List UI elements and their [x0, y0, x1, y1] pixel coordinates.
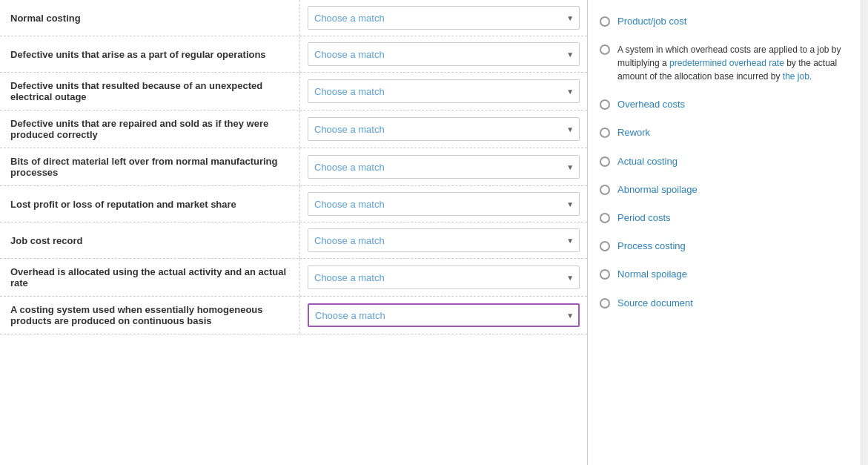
left-panel: Normal costingChoose a matchProduct/job … [0, 0, 588, 465]
match-select-4[interactable]: Choose a matchProduct/job costOverhead c… [308, 155, 580, 179]
dropdown-wrapper-6: Choose a matchProduct/job costOverhead c… [308, 228, 580, 252]
match-row: Defective units that are repaired and so… [0, 111, 587, 148]
match-row: Bits of direct material left over from n… [0, 148, 587, 186]
right-item-2: Overhead costs [600, 90, 849, 119]
radio-9[interactable] [600, 298, 610, 309]
radio-5[interactable] [600, 185, 610, 195]
term-cell-4: Bits of direct material left over from n… [0, 148, 300, 185]
match-row: A costing system used when essentially h… [0, 297, 587, 334]
match-select-6[interactable]: Choose a matchProduct/job costOverhead c… [308, 228, 580, 252]
match-row: Lost profit or loss of reputation and ma… [0, 186, 587, 222]
dropdown-wrapper-4: Choose a matchProduct/job costOverhead c… [308, 155, 580, 179]
scrollbar[interactable] [861, 0, 868, 465]
dropdown-cell-5: Choose a matchProduct/job costOverhead c… [300, 186, 587, 222]
match-select-0[interactable]: Choose a matchProduct/job costOverhead c… [308, 6, 580, 30]
dropdown-cell-2: Choose a matchProduct/job costOverhead c… [300, 73, 587, 110]
right-item-4: Actual costing [600, 148, 849, 176]
right-item-5: Abnormal spoilage [600, 176, 849, 204]
match-select-1[interactable]: Choose a matchProduct/job costOverhead c… [308, 42, 580, 66]
right-item-1: A system in which overhead costs are app… [600, 36, 849, 90]
dropdown-cell-7: Choose a matchProduct/job costOverhead c… [300, 259, 587, 296]
dropdown-cell-8: Choose a matchProduct/job costOverhead c… [300, 297, 587, 334]
radio-0[interactable] [600, 16, 610, 27]
radio-3[interactable] [600, 128, 610, 138]
term-cell-1: Defective units that arise as a part of … [0, 36, 300, 72]
right-item-label-4: Actual costing [617, 155, 677, 168]
term-cell-6: Job cost record [0, 222, 300, 258]
right-panel: Product/job costA system in which overhe… [588, 0, 861, 465]
radio-8[interactable] [600, 269, 610, 280]
right-item-7: Process costing [600, 232, 849, 260]
radio-4[interactable] [600, 156, 610, 167]
dropdown-cell-4: Choose a matchProduct/job costOverhead c… [300, 148, 587, 185]
match-row: Overhead is allocated using the actual a… [0, 259, 587, 297]
term-cell-2: Defective units that resulted because of… [0, 73, 300, 110]
dropdown-wrapper-2: Choose a matchProduct/job costOverhead c… [308, 79, 580, 103]
match-row: Normal costingChoose a matchProduct/job … [0, 0, 587, 36]
dropdown-wrapper-1: Choose a matchProduct/job costOverhead c… [308, 42, 580, 66]
dropdown-wrapper-0: Choose a matchProduct/job costOverhead c… [308, 6, 580, 30]
right-item-label-2: Overhead costs [617, 98, 685, 111]
match-select-8[interactable]: Choose a matchProduct/job costOverhead c… [308, 303, 580, 327]
term-cell-7: Overhead is allocated using the actual a… [0, 259, 300, 296]
right-item-label-6: Period costs [617, 211, 671, 225]
term-cell-5: Lost profit or loss of reputation and ma… [0, 186, 300, 222]
radio-1[interactable] [600, 44, 610, 55]
right-item-9: Source document [600, 289, 849, 317]
dropdown-wrapper-3: Choose a matchProduct/job costOverhead c… [308, 117, 580, 141]
dropdown-cell-1: Choose a matchProduct/job costOverhead c… [300, 36, 587, 72]
match-select-2[interactable]: Choose a matchProduct/job costOverhead c… [308, 79, 580, 103]
dropdown-cell-3: Choose a matchProduct/job costOverhead c… [300, 111, 587, 148]
right-item-label-9: Source document [617, 297, 693, 310]
dropdown-cell-0: Choose a matchProduct/job costOverhead c… [300, 0, 587, 36]
radio-6[interactable] [600, 213, 610, 223]
right-item-0: Product/job cost [600, 7, 849, 36]
right-item-label-1: A system in which overhead costs are app… [617, 43, 849, 83]
right-item-label-8: Normal spoilage [617, 268, 687, 281]
right-item-label-7: Process costing [617, 240, 686, 253]
right-item-label-3: Rework [617, 126, 650, 139]
right-item-label-5: Abnormal spoilage [617, 183, 698, 197]
right-item-3: Rework [600, 119, 849, 147]
match-select-5[interactable]: Choose a matchProduct/job costOverhead c… [308, 192, 580, 216]
dropdown-cell-6: Choose a matchProduct/job costOverhead c… [300, 222, 587, 258]
dropdown-wrapper-7: Choose a matchProduct/job costOverhead c… [308, 266, 580, 289]
match-row: Defective units that arise as a part of … [0, 36, 587, 73]
term-cell-8: A costing system used when essentially h… [0, 297, 300, 334]
match-row: Job cost recordChoose a matchProduct/job… [0, 222, 587, 259]
term-cell-0: Normal costing [0, 0, 300, 36]
match-select-7[interactable]: Choose a matchProduct/job costOverhead c… [308, 266, 580, 289]
term-cell-3: Defective units that are repaired and so… [0, 111, 300, 148]
right-item-6: Period costs [600, 204, 849, 232]
dropdown-wrapper-8: Choose a matchProduct/job costOverhead c… [308, 303, 580, 327]
match-select-3[interactable]: Choose a matchProduct/job costOverhead c… [308, 117, 580, 141]
right-item-8: Normal spoilage [600, 260, 849, 288]
right-item-label-0: Product/job cost [617, 15, 686, 28]
radio-2[interactable] [600, 99, 610, 110]
radio-7[interactable] [600, 241, 610, 251]
match-row: Defective units that resulted because of… [0, 73, 587, 111]
dropdown-wrapper-5: Choose a matchProduct/job costOverhead c… [308, 192, 580, 216]
